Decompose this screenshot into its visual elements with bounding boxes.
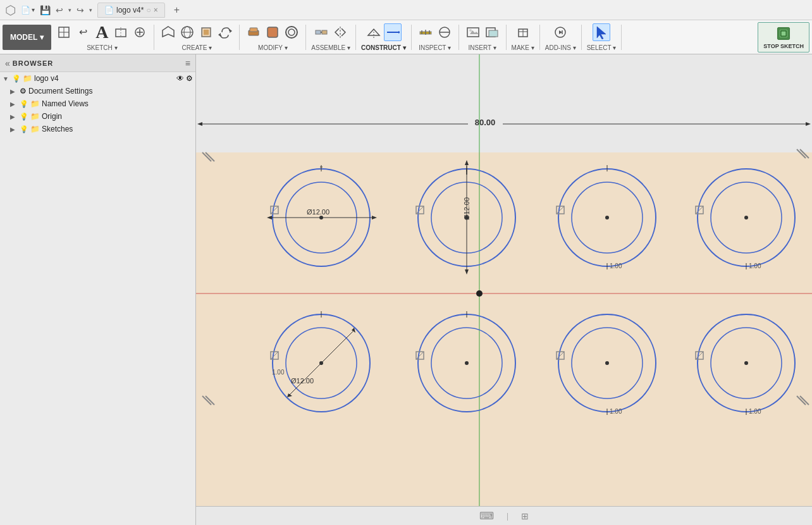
stop-sketch-button[interactable]: STOP SKETCH [758,22,809,52]
addins-icon[interactable] [551,23,569,41]
file-menu[interactable]: 📄 ▾ [21,6,35,15]
settings-icon[interactable]: ⚙ [186,74,193,83]
sketch-rect-icon[interactable] [112,23,130,41]
svg-rect-17 [250,28,257,32]
svg-text:Ø12.00: Ø12.00 [291,377,314,385]
tree-folder-sketches-icon: 📁 [30,125,40,133]
circle-group-1-0[interactable]: Ø12.00 1.00 [271,311,370,412]
tree-item-origin[interactable]: ▶ 💡 📁 Origin [0,110,195,123]
construct-label[interactable]: CONSTRUCT ▾ [361,44,406,51]
create-globe-icon[interactable] [178,23,196,41]
circle-group-0-3[interactable]: 1.00 [696,169,795,269]
create-extrude-icon[interactable] [159,23,177,41]
browser-collapse-icon[interactable]: « [5,58,10,68]
tree-folder-views-icon: 📁 [30,99,40,108]
modify-press-icon[interactable] [245,23,262,41]
modify-shell-icon[interactable] [283,23,300,41]
add-tab-button[interactable]: + [170,3,183,17]
tree-item-root[interactable]: ▼ 💡 📁 logo v4 👁 ⚙ [0,72,195,85]
tree-toggle-doc[interactable]: ▶ [10,88,18,95]
svg-marker-8 [163,27,174,37]
toolbar-group-addins: ADD-INS ▾ [543,22,579,52]
svg-line-124 [696,352,703,359]
inspect-label[interactable]: INSPECT ▾ [419,44,451,51]
tab-close-icon[interactable]: × [154,6,158,15]
make-icon[interactable] [514,23,532,41]
insert-image-icon[interactable] [464,23,482,41]
tree-bulb-icon: 💡 [12,75,21,83]
assemble-mirror-icon[interactable] [331,23,349,41]
svg-line-110 [416,352,424,359]
tree-label-doc: Document Settings [28,87,92,96]
tree-gear-icon: ⚙ [20,87,27,96]
tree-label-root: logo v4 [34,74,59,83]
tree-toggle-root[interactable]: ▼ [3,75,10,82]
assemble-joint-icon[interactable] [312,23,330,41]
redo-icon[interactable]: ↪ [77,5,84,15]
svg-point-56 [476,290,483,297]
keyboard-icon: ⌨ [479,510,494,522]
svg-text:1.00: 1.00 [610,408,622,415]
canvas-area[interactable]: 80.00 [196,54,812,525]
tree-toggle-views[interactable]: ▶ [10,101,18,108]
svg-marker-45 [597,27,606,39]
circle-group-1-1[interactable] [416,311,515,412]
svg-point-20 [288,29,295,35]
main-area: « BROWSER ≡ ▼ 💡 📁 logo v4 👁 ⚙ ▶ ⚙ Docume… [0,54,812,525]
tree-toggle-sketches[interactable]: ▶ [10,126,18,133]
insert-decal-icon[interactable] [483,23,501,41]
sketch-plus-icon[interactable] [131,23,149,41]
circle-group-1-2[interactable]: 1.00 [557,314,656,415]
create-solid-icon[interactable] [197,23,215,41]
svg-line-78 [416,206,424,214]
svg-marker-62 [372,216,377,219]
assemble-label[interactable]: ASSEMBLE ▾ [311,44,350,51]
modify-label[interactable]: MODIFY ▾ [258,44,287,51]
tree-label-views: Named Views [42,99,89,108]
svg-line-93 [696,206,703,214]
undo-icon[interactable]: ↩ [56,5,63,15]
modify-fillet-icon[interactable] [264,23,281,41]
sketch-label[interactable]: SKETCH ▾ [87,44,117,51]
svg-marker-72 [465,160,469,165]
toolbar-group-select: SELECT ▾ [584,22,619,52]
svg-text:1.00: 1.00 [749,262,761,269]
insert-label[interactable]: INSERT ▾ [469,44,496,51]
app-logo-icon: ⬡ [5,3,16,18]
status-separator: | [507,512,508,521]
svg-text:1.00: 1.00 [272,369,285,376]
select-icon[interactable] [593,23,610,41]
create-label[interactable]: CREATE ▾ [182,44,212,51]
visibility-icon[interactable]: 👁 [176,74,184,83]
tree-folder-root-icon: 📁 [23,74,32,83]
make-label[interactable]: MAKE ▾ [512,44,534,51]
select-label[interactable]: SELECT ▾ [587,44,617,51]
save-icon[interactable]: 💾 [40,5,51,15]
inspect-section-icon[interactable] [436,23,453,41]
addins-label[interactable]: ADD-INS ▾ [545,44,576,51]
svg-text:80.00: 80.00 [475,118,496,127]
toolbar-group-make: MAKE ▾ [509,22,537,52]
toolbar-group-inspect: INSPECT ▾ [414,22,456,52]
tree-toggle-origin[interactable]: ▶ [10,113,18,120]
sketch-create-icon[interactable] [55,23,73,41]
circle-group-1-3[interactable]: 1.00 [696,314,795,415]
active-tab[interactable]: 📄 logo v4* ○ × [97,3,165,18]
circle-group-0-1[interactable]: Ø12.00 [416,160,515,275]
undo-toolbar-icon[interactable]: ↩ [74,23,92,41]
construct-plane-icon[interactable] [365,23,383,41]
inspect-measure-icon[interactable] [417,23,434,41]
circle-group-0-2[interactable]: 1.00 [557,165,656,269]
canvas-svg[interactable]: 80.00 [196,54,812,525]
create-sync-icon[interactable] [216,23,234,41]
model-button[interactable]: MODEL ▾ [3,25,51,50]
tree-bulb-sketches-icon: 💡 [20,125,28,133]
construct-axis-icon[interactable] [384,23,402,41]
tree-label-origin: Origin [42,112,62,121]
browser-menu-icon[interactable]: ≡ [185,58,190,68]
tree-item-sketches[interactable]: ▶ 💡 📁 Sketches [0,123,195,135]
tree-item-named-views[interactable]: ▶ 💡 📁 Named Views [0,97,195,110]
tree-item-doc-settings[interactable]: ▶ ⚙ Document Settings [0,85,195,97]
toolbar-group-modify: MODIFY ▾ [242,22,303,52]
circle-group-0-0[interactable]: Ø12.00 [267,165,377,266]
